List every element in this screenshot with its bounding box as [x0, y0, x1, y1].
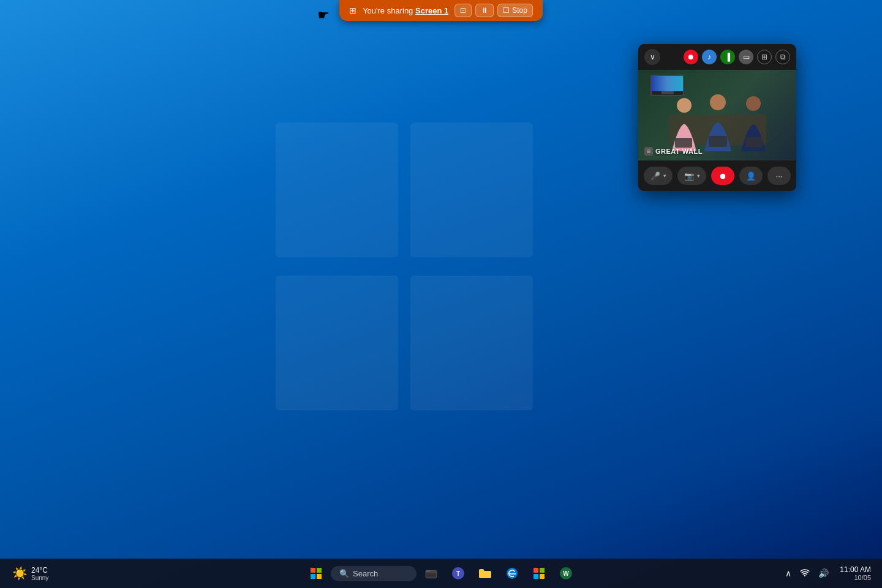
svg-text:W: W [563, 570, 569, 577]
teams-collapse-btn[interactable]: ∨ [644, 49, 660, 65]
search-icon: 🔍 [339, 569, 349, 578]
add-person-icon: 👤 [745, 170, 756, 181]
taskbar-center: 🔍 Search T [304, 561, 578, 586]
camera-arrow-icon: ▾ [697, 173, 700, 179]
taskbar: ☀️ 24°C Sunny 🔍 Search [0, 559, 882, 588]
windows-logo-watermark [276, 123, 545, 429]
system-tray-icons: ∧ 🔊 [783, 567, 831, 580]
music-icon: ♪ [707, 53, 711, 61]
weather-temperature: 24°C [31, 566, 48, 575]
meeting-name: GREAT WALL [655, 148, 703, 155]
teams-controls-row: 🎤 ▾ 📷 ▾ ⏺ 👤 ··· [638, 160, 796, 191]
start-button[interactable] [304, 561, 328, 586]
svg-point-6 [746, 96, 761, 111]
teams-music-btn[interactable]: ♪ [702, 50, 717, 64]
folder-icon [478, 568, 492, 579]
clock-time: 11:00 AM [840, 565, 871, 574]
taskbar-file-explorer[interactable] [419, 561, 443, 586]
volume-icon[interactable]: 🔊 [816, 567, 831, 579]
sharing-controls: ⊡ ⏸ ☐ Stop [454, 4, 533, 17]
sharing-stop-btn[interactable]: ☐ Stop [497, 4, 533, 17]
teams-mic-btn[interactable]: 🎤 ▾ [644, 167, 673, 185]
weather-widget[interactable]: ☀️ 24°C Sunny [7, 564, 53, 584]
svg-rect-8 [709, 136, 727, 147]
edge-icon [506, 567, 518, 579]
svg-rect-22 [533, 574, 538, 579]
teams-record-active-btn[interactable]: ⏺ [711, 167, 734, 185]
svg-rect-15 [426, 570, 431, 572]
grid-icon: ⊞ [761, 53, 767, 61]
sharing-minimize-btn[interactable]: ⊡ [454, 4, 472, 17]
taskbar-folder[interactable] [473, 561, 497, 586]
sharing-notification-bar: ⊞ You're sharing Screen 1 ⊡ ⏸ ☐ Stop [339, 0, 543, 21]
teams-panel-header: ∨ ⏺ ♪ ▐ ▭ ⊞ ⧉ [638, 44, 796, 70]
chevron-down-icon: ∨ [650, 53, 655, 61]
teams-chart-btn[interactable]: ▐ [720, 50, 735, 64]
svg-rect-9 [745, 137, 763, 147]
screen-link[interactable]: Screen 1 [415, 6, 448, 15]
file-explorer-icon [425, 567, 437, 579]
stop-square-icon: ☐ [503, 6, 510, 15]
taskbar-edge[interactable] [500, 561, 524, 586]
system-clock[interactable]: 11:00 AM 10/05 [836, 564, 875, 582]
tray-arrow[interactable]: ∧ [783, 567, 794, 579]
minimize-icon: ⊡ [460, 6, 466, 15]
teams-record-btn[interactable]: ⏺ [684, 50, 698, 64]
svg-rect-20 [533, 568, 538, 573]
video-placeholder: 🖥 GREAT WALL [638, 70, 796, 160]
taskbar-search[interactable]: 🔍 Search [331, 566, 417, 581]
svg-rect-16 [426, 573, 436, 578]
people-group [657, 90, 779, 151]
teams-header-icons: ⏺ ♪ ▐ ▭ ⊞ ⧉ [684, 50, 790, 64]
teams-grid-btn[interactable]: ⊞ [757, 50, 772, 64]
svg-rect-10 [311, 568, 315, 573]
desktop: ⊞ You're sharing Screen 1 ⊡ ⏸ ☐ Stop ☚ ∨ [0, 0, 882, 588]
taskbar-app-6[interactable]: W [554, 561, 578, 586]
svg-rect-3 [410, 276, 533, 410]
svg-point-5 [710, 94, 726, 110]
mic-arrow-icon: ▾ [663, 173, 666, 179]
mic-icon: 🎤 [650, 170, 661, 181]
svg-rect-2 [276, 276, 398, 410]
sharing-icon: ⊞ [349, 6, 356, 15]
weather-description: Sunny [31, 575, 48, 581]
taskbar-store[interactable] [527, 561, 551, 586]
sharing-text: You're sharing Screen 1 [363, 6, 448, 15]
weather-text: 24°C Sunny [31, 566, 48, 581]
svg-point-26 [804, 575, 805, 576]
camera-icon: 📷 [684, 170, 695, 181]
svg-rect-21 [540, 568, 545, 573]
monitor-screen [652, 76, 683, 91]
svg-point-19 [507, 568, 518, 579]
taskbar-teams-app[interactable]: T [446, 561, 470, 586]
weather-icon: ☀️ [12, 566, 28, 581]
teams-more-btn[interactable]: ··· [767, 167, 791, 185]
svg-rect-23 [540, 574, 545, 579]
teams-video-area: 🖥 GREAT WALL [638, 70, 796, 160]
app6-icon: W [559, 567, 573, 580]
window-icon: ▭ [743, 53, 750, 61]
meeting-label-icon: 🖥 [644, 147, 653, 156]
mouse-cursor: ☚ [317, 7, 330, 23]
copy-icon: ⧉ [780, 53, 786, 61]
teams-copy-btn[interactable]: ⧉ [775, 50, 790, 64]
svg-rect-1 [410, 123, 533, 257]
chart-icon: ▐ [725, 53, 731, 61]
clock-date: 10/05 [854, 574, 871, 581]
meeting-label: 🖥 GREAT WALL [644, 147, 703, 156]
svg-rect-7 [675, 138, 692, 148]
svg-rect-12 [311, 574, 315, 579]
store-icon [533, 567, 545, 579]
teams-camera-btn[interactable]: 📷 ▾ [677, 167, 706, 185]
record-active-icon: ⏺ [717, 170, 728, 181]
svg-rect-13 [317, 574, 322, 579]
teams-add-person-btn[interactable]: 👤 [739, 167, 763, 185]
more-dots-icon: ··· [774, 170, 785, 181]
teams-icon: T [451, 567, 465, 580]
wifi-svg-icon [800, 568, 810, 577]
record-icon: ⏺ [687, 53, 695, 61]
sharing-pause-btn[interactable]: ⏸ [475, 4, 494, 17]
wifi-icon[interactable] [797, 567, 812, 580]
teams-window-btn[interactable]: ▭ [739, 50, 753, 64]
svg-rect-0 [276, 123, 398, 257]
